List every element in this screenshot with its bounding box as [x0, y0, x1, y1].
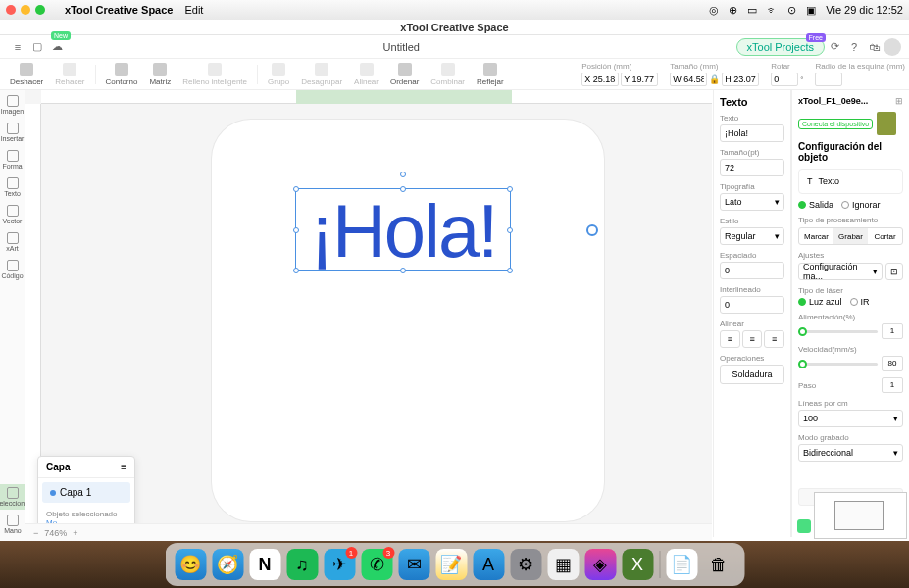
resize-handle-br[interactable]	[507, 268, 513, 273]
veloc-value[interactable]: 80	[882, 356, 903, 371]
x-input[interactable]	[581, 73, 619, 86]
align-left-button[interactable]: ≡	[720, 330, 740, 348]
menubar-datetime[interactable]: Vie 29 dic 12:52	[826, 4, 903, 16]
app-menu[interactable]: xTool Creative Space	[65, 4, 173, 16]
sidebar-forma[interactable]: Forma	[0, 147, 25, 172]
cortar-tab[interactable]: Cortar	[868, 228, 902, 244]
ir-radio[interactable]: IR	[850, 297, 870, 307]
notion-icon[interactable]: N	[249, 549, 280, 580]
text-selection-box[interactable]: ¡Hola!	[295, 188, 511, 271]
h-input[interactable]	[722, 73, 759, 86]
rotate-handle[interactable]	[586, 224, 598, 236]
tipografia-select[interactable]: Lato▾	[720, 193, 784, 211]
resize-handle-tc[interactable]	[400, 186, 406, 192]
document-title[interactable]: Untitled	[67, 41, 736, 53]
canvas-text[interactable]: ¡Hola!	[296, 189, 510, 272]
undo-button[interactable]: Deshacer	[4, 60, 49, 89]
interlineado-input[interactable]	[720, 296, 784, 314]
wifi-icon[interactable]: ᯤ	[767, 4, 778, 16]
config-select[interactable]: Configuración ma...▾	[798, 263, 883, 280]
user-avatar[interactable]	[884, 38, 901, 56]
grabar-tab[interactable]: Grabar	[833, 228, 868, 244]
select-tool[interactable]: Seleccionar	[0, 484, 25, 510]
safari-icon[interactable]: 🧭	[212, 549, 243, 580]
artboard[interactable]	[212, 120, 604, 521]
marcar-tab[interactable]: Marcar	[799, 228, 833, 244]
history-icon[interactable]: ⟳	[825, 37, 844, 57]
tamano-input[interactable]	[720, 159, 784, 176]
aliment-slider[interactable]	[798, 330, 878, 333]
notes-icon[interactable]: 📝	[435, 549, 467, 580]
canvas-minimap[interactable]	[814, 492, 907, 539]
help-icon[interactable]: ?	[844, 37, 864, 57]
cloud-icon[interactable]: ☁New	[47, 37, 67, 57]
spotlight-icon[interactable]: ⊕	[729, 4, 737, 17]
screen-icon[interactable]: ▣	[806, 4, 816, 17]
mail-icon[interactable]: ✉	[398, 549, 429, 580]
folder-icon[interactable]: ▢	[27, 37, 47, 57]
cart-icon[interactable]: 🛍	[864, 37, 884, 57]
device-name[interactable]: xTool_F1_0e9e...	[798, 96, 891, 106]
sidebar-codigo[interactable]: Código	[0, 257, 25, 282]
config-save-icon[interactable]: ⊡	[885, 263, 903, 280]
y-input[interactable]	[621, 73, 658, 86]
radius-input[interactable]	[815, 73, 842, 86]
layers-panel[interactable]: Capa≡ Capa 1 Objeto seleccionado Mo...	[37, 456, 135, 534]
process-button[interactable]	[797, 519, 811, 533]
resize-handle-bl[interactable]	[293, 268, 299, 273]
sidebar-vector[interactable]: Vector	[0, 202, 25, 227]
search-icon[interactable]: ⊙	[787, 4, 796, 17]
align-center-button[interactable]: ≡	[742, 330, 763, 348]
outline-button[interactable]: Contorno	[100, 60, 144, 89]
order-button[interactable]: Ordenar	[384, 60, 425, 89]
sidebar-texto[interactable]: Texto	[0, 174, 25, 200]
layers-menu-icon[interactable]: ≡	[121, 462, 126, 472]
soldadura-button[interactable]: Soldadura	[720, 365, 784, 384]
salida-radio[interactable]: Salida	[798, 200, 833, 210]
paso-value[interactable]: 1	[882, 377, 903, 393]
edit-menu[interactable]: Edit	[184, 4, 203, 16]
close-window-dot[interactable]	[6, 5, 16, 15]
downloads-icon[interactable]: 📄	[666, 549, 697, 580]
resize-handle-ml[interactable]	[293, 227, 299, 233]
top-rotate-handle[interactable]	[400, 172, 406, 177]
zoom-level[interactable]: 746%	[44, 528, 67, 538]
device-expand-icon[interactable]: ⊞	[895, 96, 903, 106]
control-center-icon[interactable]: ◎	[709, 4, 719, 17]
xtool-icon[interactable]: X	[622, 549, 653, 580]
aliment-value[interactable]: 1	[882, 323, 903, 339]
settings-icon[interactable]: ⚙	[510, 549, 541, 580]
align-right-button[interactable]: ≡	[764, 330, 784, 348]
maximize-window-dot[interactable]	[35, 5, 45, 15]
trash-icon[interactable]: 🗑	[703, 549, 734, 580]
ignorar-radio[interactable]: Ignorar	[841, 200, 881, 210]
luz-azul-radio[interactable]: Luz azul	[798, 297, 842, 307]
appstore-icon[interactable]: A	[473, 549, 504, 580]
layer-item[interactable]: Capa 1	[42, 482, 130, 503]
zoom-out-button[interactable]: −	[33, 528, 38, 538]
veloc-slider[interactable]	[798, 363, 878, 366]
minimize-window-dot[interactable]	[21, 5, 30, 15]
finder-icon[interactable]: 😊	[175, 549, 206, 580]
spotify-icon[interactable]: ♫	[286, 549, 318, 580]
lock-aspect-icon[interactable]: 🔒	[709, 74, 720, 84]
sidebar-imagen[interactable]: Imagen	[0, 92, 25, 118]
battery-icon[interactable]: ▭	[747, 4, 757, 17]
estilo-select[interactable]: Regular▾	[720, 227, 784, 245]
resize-handle-tl[interactable]	[293, 186, 299, 192]
connect-device-button[interactable]: Conecta el dispositivo	[798, 119, 873, 129]
resize-handle-tr[interactable]	[507, 186, 513, 192]
resize-handle-mr[interactable]	[507, 227, 513, 233]
w-input[interactable]	[670, 73, 707, 86]
resize-handle-bc[interactable]	[400, 268, 406, 273]
telegram-icon[interactable]: ✈1	[324, 549, 355, 580]
rotate-input[interactable]	[771, 73, 798, 86]
whatsapp-icon[interactable]: ✆3	[361, 549, 392, 580]
sidebar-insertar[interactable]: Insertar	[0, 120, 25, 145]
object-type-button[interactable]: T Texto	[798, 169, 903, 194]
modo-select[interactable]: Bidireccional▾	[798, 444, 903, 462]
launchpad-icon[interactable]: ▦	[547, 549, 579, 580]
menu-icon[interactable]: ≡	[8, 37, 27, 57]
lineas-select[interactable]: 100▾	[798, 410, 903, 427]
reflect-button[interactable]: Reflejar	[471, 60, 510, 89]
